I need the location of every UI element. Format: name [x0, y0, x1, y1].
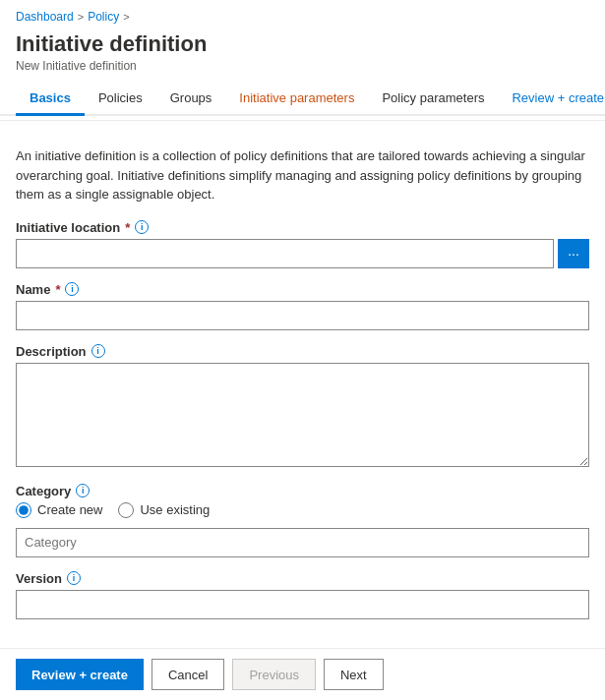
- next-button[interactable]: Next: [324, 659, 384, 690]
- version-info-icon[interactable]: i: [67, 571, 81, 585]
- footer: Review + create Cancel Previous Next: [0, 648, 605, 700]
- description-group: Description i: [16, 344, 589, 470]
- name-info-icon[interactable]: i: [65, 282, 79, 296]
- version-group: Version i: [16, 571, 589, 619]
- initiative-location-info-icon[interactable]: i: [135, 220, 149, 234]
- initiative-location-label: Initiative location * i: [16, 220, 589, 235]
- category-create-new-radio[interactable]: [16, 502, 31, 518]
- tab-divider: [0, 120, 605, 121]
- initiative-location-input-row: ···: [16, 239, 589, 268]
- initiative-location-required: *: [125, 220, 130, 235]
- breadcrumb-sep-1: >: [78, 11, 84, 23]
- tab-groups[interactable]: Groups: [156, 83, 226, 116]
- main-content: An initiative definition is a collection…: [0, 135, 605, 645]
- category-create-new-text: Create new: [37, 502, 102, 517]
- breadcrumb: Dashboard > Policy >: [0, 0, 605, 29]
- name-input[interactable]: [16, 301, 589, 330]
- category-use-existing-label[interactable]: Use existing: [118, 502, 210, 518]
- category-label: Category i: [16, 484, 589, 498]
- tab-initiative-parameters[interactable]: Initiative parameters: [225, 83, 368, 116]
- category-input[interactable]: [16, 528, 589, 557]
- name-group: Name * i: [16, 282, 589, 330]
- tab-review-create[interactable]: Review + create: [498, 83, 605, 116]
- description-text: An initiative definition is a collection…: [16, 146, 589, 204]
- breadcrumb-sep-2: >: [123, 11, 129, 23]
- description-info-icon[interactable]: i: [91, 344, 105, 358]
- category-options-row: Create new Use existing: [16, 502, 589, 518]
- initiative-location-label-text: Initiative location: [16, 220, 120, 235]
- name-required: *: [55, 282, 60, 297]
- description-label: Description i: [16, 344, 589, 359]
- category-use-existing-text: Use existing: [140, 502, 210, 517]
- page-subtitle: New Initiative definition: [0, 59, 605, 83]
- breadcrumb-dashboard[interactable]: Dashboard: [16, 10, 74, 24]
- category-create-new-label[interactable]: Create new: [16, 502, 102, 518]
- page-title: Initiative definition: [0, 29, 605, 59]
- category-use-existing-radio[interactable]: [118, 502, 134, 518]
- breadcrumb-policy[interactable]: Policy: [88, 10, 119, 24]
- name-label-text: Name: [16, 282, 50, 297]
- category-info-icon[interactable]: i: [76, 484, 90, 497]
- category-group: Category i Create new Use existing: [16, 484, 589, 557]
- name-label: Name * i: [16, 282, 589, 297]
- version-label: Version i: [16, 571, 589, 586]
- initiative-location-group: Initiative location * i ···: [16, 220, 589, 268]
- tabs-container: Basics Policies Groups Initiative parame…: [0, 83, 605, 116]
- cancel-button[interactable]: Cancel: [151, 659, 224, 690]
- previous-button: Previous: [232, 659, 316, 690]
- tab-policies[interactable]: Policies: [85, 83, 156, 116]
- initiative-location-input[interactable]: [16, 239, 554, 268]
- tab-basics[interactable]: Basics: [16, 83, 85, 116]
- browse-dots-icon: ···: [568, 246, 579, 262]
- initiative-location-browse-button[interactable]: ···: [558, 239, 589, 268]
- description-input[interactable]: [16, 363, 589, 467]
- category-label-text: Category: [16, 484, 71, 498]
- review-create-button[interactable]: Review + create: [16, 659, 144, 690]
- version-label-text: Version: [16, 571, 62, 586]
- description-label-text: Description: [16, 344, 87, 359]
- tab-policy-parameters[interactable]: Policy parameters: [368, 83, 498, 116]
- version-input[interactable]: [16, 590, 589, 619]
